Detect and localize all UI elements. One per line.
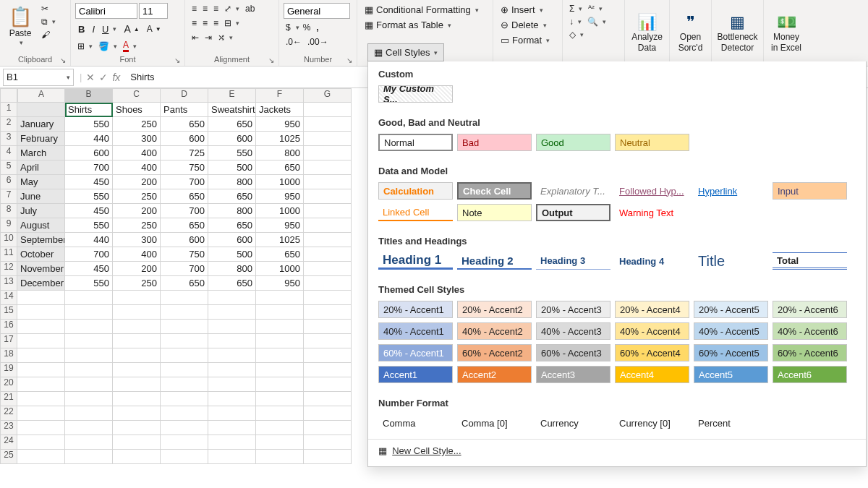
style-40-accent6[interactable]: 40% - Accent6: [773, 322, 847, 340]
bottleneck-button[interactable]: ▦ Bottleneck Detector: [712, 0, 764, 66]
row-header-8[interactable]: 8: [0, 204, 17, 218]
cut-button[interactable]: ✂: [39, 3, 58, 14]
autosum-button[interactable]: Σ▾: [567, 3, 584, 14]
row-header-9[interactable]: 9: [0, 218, 17, 233]
cell-C20[interactable]: [113, 377, 161, 392]
cell-A20[interactable]: [17, 377, 65, 392]
style-comma[interactable]: Comma: [378, 414, 453, 432]
cell-E13[interactable]: 650: [208, 276, 256, 291]
cell-F22[interactable]: [256, 406, 304, 421]
cell-E24[interactable]: [208, 435, 256, 450]
style-40-accent4[interactable]: 40% - Accent4: [615, 322, 689, 340]
cell-D21[interactable]: [161, 392, 208, 406]
cell-B21[interactable]: [65, 392, 113, 406]
cell-E19[interactable]: [208, 363, 256, 377]
launcher-icon[interactable]: ↘: [60, 56, 66, 64]
cell-A3[interactable]: February: [17, 132, 65, 146]
style-heading4[interactable]: Heading 4: [615, 252, 689, 270]
col-header-G[interactable]: G: [304, 88, 352, 103]
style-currency[interactable]: Currency: [536, 414, 610, 432]
style-accent6[interactable]: Accent6: [773, 366, 847, 383]
format-painter-button[interactable]: 🖌: [39, 29, 58, 40]
cell-C21[interactable]: [113, 392, 161, 406]
cell-C23[interactable]: [113, 421, 161, 435]
style-20-accent6[interactable]: 20% - Accent6: [773, 301, 847, 318]
cell-C4[interactable]: 400: [113, 146, 161, 160]
cell-D3[interactable]: 600: [161, 132, 208, 146]
cell-B3[interactable]: 440: [65, 132, 113, 146]
cell-A7[interactable]: June: [17, 189, 65, 204]
cell-F13[interactable]: 950: [256, 276, 304, 291]
style-60-accent4[interactable]: 60% - Accent4: [615, 344, 689, 361]
bold-button[interactable]: B: [75, 22, 88, 36]
cell-C24[interactable]: [113, 435, 161, 450]
cell-D23[interactable]: [161, 421, 208, 435]
cell-C12[interactable]: 200: [113, 262, 161, 276]
cell-G2[interactable]: [304, 117, 352, 132]
cell-E16[interactable]: [208, 320, 256, 334]
row-header-24[interactable]: 24: [0, 435, 17, 450]
enter-formula-button[interactable]: ✓: [99, 72, 108, 83]
cell-C25[interactable]: [113, 450, 161, 464]
cell-E20[interactable]: [208, 377, 256, 392]
style-60-accent2[interactable]: 60% - Accent2: [457, 344, 532, 361]
cell-D17[interactable]: [161, 334, 208, 348]
analyze-data-button[interactable]: 📊 Analyze Data: [625, 0, 670, 66]
cell-E5[interactable]: 500: [208, 160, 256, 175]
cell-B11[interactable]: 700: [65, 247, 113, 262]
style-normal[interactable]: Normal: [378, 134, 453, 151]
style-40-accent2[interactable]: 40% - Accent2: [457, 322, 532, 340]
cell-E15[interactable]: [208, 305, 256, 320]
cell-A8[interactable]: July: [17, 204, 65, 218]
cell-G12[interactable]: [304, 262, 352, 276]
cell-F25[interactable]: [256, 450, 304, 464]
cell-F17[interactable]: [256, 334, 304, 348]
shrink-font-button[interactable]: A▼: [144, 22, 164, 35]
cell-B9[interactable]: 550: [65, 218, 113, 233]
cell-C17[interactable]: [113, 334, 161, 348]
row-header-6[interactable]: 6: [0, 175, 17, 189]
cell-B14[interactable]: [65, 291, 113, 305]
cell-B2[interactable]: 550: [65, 117, 113, 132]
format-button[interactable]: ▭Format▾: [498, 33, 553, 47]
insert-button[interactable]: ⊕Insert▾: [498, 3, 546, 17]
number-format-select[interactable]: [284, 3, 350, 19]
cell-A1[interactable]: [17, 103, 65, 117]
cell-F20[interactable]: [256, 377, 304, 392]
cell-F21[interactable]: [256, 392, 304, 406]
style-custom[interactable]: My Custom S...: [378, 85, 453, 103]
cell-A6[interactable]: May: [17, 175, 65, 189]
orientation2-button[interactable]: ⤭▾: [216, 32, 235, 43]
cell-C5[interactable]: 400: [113, 160, 161, 175]
cell-E23[interactable]: [208, 421, 256, 435]
cell-G7[interactable]: [304, 189, 352, 204]
cell-E12[interactable]: 800: [208, 262, 256, 276]
style-total[interactable]: Total: [773, 252, 847, 270]
open-sorcd-button[interactable]: ❞ Open Sorc'd: [670, 0, 712, 66]
cell-A9[interactable]: August: [17, 218, 65, 233]
font-family-select[interactable]: [75, 3, 137, 19]
style-20-accent4[interactable]: 20% - Accent4: [615, 301, 689, 318]
cell-G10[interactable]: [304, 233, 352, 247]
cell-B7[interactable]: 550: [65, 189, 113, 204]
cell-D4[interactable]: 725: [161, 146, 208, 160]
cell-D11[interactable]: 750: [161, 247, 208, 262]
style-heading3[interactable]: Heading 3: [536, 252, 610, 270]
style-20-accent2[interactable]: 20% - Accent2: [457, 301, 532, 318]
cond-format-button[interactable]: ▦Conditional Formatting▾: [362, 3, 482, 17]
cell-C1[interactable]: Shoes: [113, 103, 161, 117]
style-bad[interactable]: Bad: [457, 134, 532, 151]
cell-E6[interactable]: 800: [208, 175, 256, 189]
cell-A17[interactable]: [17, 334, 65, 348]
underline-button[interactable]: U▾: [99, 22, 119, 36]
cell-A22[interactable]: [17, 406, 65, 421]
cell-G25[interactable]: [304, 450, 352, 464]
cell-C16[interactable]: [113, 320, 161, 334]
cell-B8[interactable]: 450: [65, 204, 113, 218]
cell-C19[interactable]: [113, 363, 161, 377]
cell-B19[interactable]: [65, 363, 113, 377]
cell-C6[interactable]: 200: [113, 175, 161, 189]
cell-A5[interactable]: April: [17, 160, 65, 175]
inc-decimal-button[interactable]: .0←: [284, 36, 304, 48]
style-good[interactable]: Good: [536, 134, 610, 151]
